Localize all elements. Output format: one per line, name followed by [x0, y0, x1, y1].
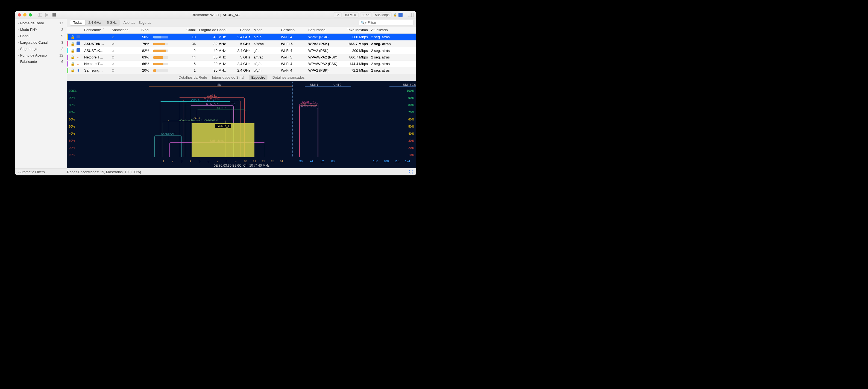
filter-open[interactable]: Abertas [124, 21, 135, 25]
cell-signal-bar [151, 67, 170, 74]
spectrum-network[interactable]: AndroidAP [154, 135, 182, 157]
col-Geração[interactable]: Geração [279, 27, 307, 34]
y-tick: 10% [408, 153, 414, 157]
lock-icon: 🔒 [69, 61, 75, 67]
y-tick: 50% [408, 125, 414, 128]
sidebar-item-5[interactable]: ›Ponto de Acesso12 [15, 52, 67, 59]
sidebar-item-label: Largura do Canal [20, 40, 61, 45]
y-tick: 50% [69, 125, 75, 128]
table-row[interactable]: 🔒ASUSTeK…⊘79%3680 MHz5 GHza/n/acWi-Fi 5W… [67, 40, 416, 47]
sidebar-item-6[interactable]: ›Fabricante6 [15, 59, 67, 65]
col-6[interactable] [151, 27, 170, 34]
cell-updated: 2 seg. atrás [370, 54, 416, 61]
search-input[interactable] [368, 21, 412, 25]
col-Largura do Canal[interactable]: Largura do Canal [197, 27, 227, 34]
panel-toggle-icon[interactable] [408, 13, 413, 17]
title-network: ASUS_5G [222, 13, 240, 17]
y-tick: 20% [408, 146, 414, 150]
col-Modo[interactable]: Modo [252, 27, 279, 34]
col-Banda[interactable]: Banda [227, 27, 252, 34]
search-field[interactable]: 🔍▾ [359, 20, 413, 25]
cell-width: 80 MHz [197, 40, 227, 47]
expand-icon[interactable]: ⛶ [409, 170, 413, 174]
badge-channel: 36 [334, 12, 341, 18]
spectrum-chart[interactable]: ISMUNII-1UNII-2UNII-2 ExtUNII-3100%100%9… [67, 81, 416, 168]
cell-width: 40 MHz [197, 34, 227, 40]
sidebar-item-2[interactable]: ›Canal9 [15, 33, 67, 39]
x-tick-5: 132 [416, 160, 416, 163]
badge-rate: 585 Mbps [373, 12, 392, 18]
col-2[interactable] [75, 27, 83, 34]
cell-mode: a/n/ac [252, 40, 279, 47]
sidebar-item-label: Nome da Rede [20, 21, 59, 25]
cell-rate: 144.4 Mbps [339, 61, 370, 67]
sidebar-item-count: 17 [59, 21, 63, 25]
table-row[interactable]: 🔒SSamsung…⊘20%120 MHz2,4 GHzb/g/nWi-Fi 4… [67, 67, 416, 74]
spectrum-network[interactable]: ASUS_5G [299, 103, 318, 158]
table-row[interactable]: 🔒∞Netcore T…⊘66%620 MHz2,4 GHzb/g/nWi-Fi… [67, 61, 416, 67]
cell-sec: WPA/WPA2 (PSK) [307, 54, 339, 61]
col-1[interactable] [69, 27, 75, 34]
vendor-icon: ∞ [75, 61, 83, 67]
window-title: Buscando: Wi-Fi | ASUS_5G [192, 13, 240, 17]
sidebar-item-3[interactable]: ›Largura do Canal3 [15, 39, 67, 46]
table-row[interactable]: 🔒ASUSTeK…⊘82%240 MHz2,4 GHzg/nWi-Fi 4WPA… [67, 47, 416, 54]
cell-vendor [83, 34, 110, 40]
band-segment[interactable]: Todas2,4 GHz5 GHz [70, 20, 120, 26]
cell-note: ⊘ [110, 67, 137, 74]
table-header[interactable]: FabricanteAnotaçõesSinalCanalLargura do … [67, 27, 416, 34]
chevron-down-icon: ⌄ [46, 170, 49, 174]
sidebar-item-0[interactable]: ›Nome da Rede17 [15, 20, 67, 27]
sidebar-item-label: Modo PHY [20, 28, 61, 32]
x-tick-5: 108 [384, 160, 389, 163]
vendor-icon: ∞ [75, 54, 83, 61]
cell-gen: Wi-Fi 4 [279, 67, 307, 74]
cell-mode: a/n/ac [252, 54, 279, 61]
col-Segurança[interactable]: Segurança [307, 27, 339, 34]
col-Atualizado[interactable]: Atualizado [370, 27, 416, 34]
minimize-icon[interactable] [23, 13, 27, 17]
lock-icon: 🔒 [393, 13, 397, 17]
sidebar-toggle-icon[interactable] [37, 12, 42, 17]
lock-icon: 🔒 [69, 47, 75, 54]
col-Canal[interactable]: Canal [170, 27, 197, 34]
close-icon[interactable] [18, 13, 21, 17]
cell-gen: Wi-Fi 5 [279, 40, 307, 47]
cell-band: 2,4 GHz [227, 67, 252, 74]
play-button[interactable] [44, 12, 50, 17]
cell-band: 5 GHz [227, 54, 252, 61]
filter-secure[interactable]: Seguras [138, 21, 151, 25]
band-seg-0[interactable]: Todas [70, 20, 85, 25]
filter-bar: Todas2,4 GHz5 GHz Abertas Seguras 🔍▾ [67, 19, 416, 27]
band-seg-1[interactable]: 2,4 GHz [85, 20, 104, 25]
y-tick: 90% [408, 96, 414, 100]
col-Taxa Máxima[interactable]: Taxa Máxima [339, 27, 370, 34]
y-tick: 20% [69, 146, 75, 150]
spectrum-network[interactable]: app131_5G [300, 105, 318, 157]
sidebar-item-label: Canal [20, 34, 61, 38]
cell-sec: WPA/WPA2 (PSK) [307, 61, 339, 67]
detail-tab-0[interactable]: Detalhes da Rede [179, 75, 207, 79]
detail-tabs: Detalhes da RedeIntensidade do SinalEspe… [67, 74, 416, 81]
sidebar-item-1[interactable]: ›Modo PHY3 [15, 27, 67, 33]
col-0[interactable] [67, 27, 69, 34]
spectrum-network[interactable]: ArcherC6v2 [300, 108, 318, 158]
detail-tab-1[interactable]: Intensidade do Sinal [212, 75, 244, 79]
col-Fabricante[interactable]: Fabricante [83, 27, 110, 34]
filters-dropdown[interactable]: Automatic Filters ⌄ [18, 170, 67, 174]
col-Sinal[interactable]: Sinal [137, 27, 151, 34]
table-row[interactable]: 🔒⊘50%1040 MHz2,4 GHzb/g/nWi-Fi 4WPA2 (PS… [67, 34, 416, 40]
detail-tab-3[interactable]: Detalhes avançados [273, 75, 305, 79]
col-Anotações[interactable]: Anotações [110, 27, 137, 34]
y-tick: 10% [69, 153, 75, 157]
detail-tab-2[interactable]: Espectro [249, 74, 267, 80]
table-row[interactable]: 🔒∞Netcore T…⊘63%4480 MHz5 GHza/n/acWi-Fi… [67, 54, 416, 61]
sidebar-item-4[interactable]: ›Segurança2 [15, 45, 67, 52]
sidebar-item-label: Ponto de Acesso [20, 53, 59, 58]
spectrum-selected[interactable]: SONR_1 [192, 123, 254, 157]
zoom-icon[interactable] [29, 13, 32, 17]
cell-note: ⊘ [110, 34, 137, 40]
band-seg-2[interactable]: 5 GHz [104, 20, 119, 25]
cell-note: ⊘ [110, 61, 137, 67]
stop-button[interactable] [52, 12, 57, 17]
